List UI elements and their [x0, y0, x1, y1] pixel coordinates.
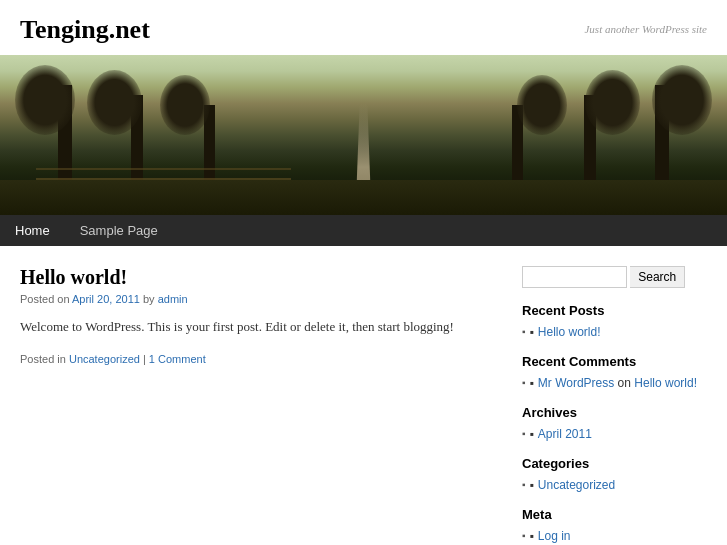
post-author[interactable]: admin	[158, 293, 188, 305]
main-content: Hello world! Posted on April 20, 2011 by…	[20, 266, 502, 545]
recent-comments-heading: Recent Comments	[522, 354, 707, 369]
comment-post-link[interactable]: Hello world!	[634, 376, 697, 390]
sidebar-recent-posts: Recent Posts ▪ Hello world!	[522, 303, 707, 340]
site-title: Tenging.net	[20, 15, 150, 45]
post-category[interactable]: Uncategorized	[69, 353, 140, 365]
bullet-icon: ▪	[530, 529, 534, 543]
post-content: Welcome to WordPress. This is your first…	[20, 317, 502, 338]
post-meta: Posted on April 20, 2011 by admin	[20, 293, 502, 305]
post-comments[interactable]: 1 Comment	[149, 353, 206, 365]
header: Tenging.net Just another WordPress site	[0, 0, 727, 55]
nav-link-sample[interactable]: Sample Page	[65, 215, 173, 246]
archive-item: ▪ April 2011	[522, 426, 707, 442]
meta-heading: Meta	[522, 507, 707, 522]
archives-heading: Archives	[522, 405, 707, 420]
by-label: by	[143, 293, 155, 305]
meta-item-login: ▪ Log in	[522, 528, 707, 544]
sidebar-recent-comments: Recent Comments ▪ Mr WordPress on Hello …	[522, 354, 707, 391]
category-link[interactable]: Uncategorized	[538, 478, 615, 492]
content-wrapper: Hello world! Posted on April 20, 2011 by…	[0, 246, 727, 545]
comment-text: Mr WordPress on Hello world!	[538, 376, 697, 390]
navigation: Home Sample Page	[0, 215, 727, 246]
sidebar-archives: Archives ▪ April 2011	[522, 405, 707, 442]
post: Hello world! Posted on April 20, 2011 by…	[20, 266, 502, 365]
nav-item-home[interactable]: Home	[0, 215, 65, 246]
recent-posts-heading: Recent Posts	[522, 303, 707, 318]
category-item: ▪ Uncategorized	[522, 477, 707, 493]
site-tagline: Just another WordPress site	[584, 23, 707, 35]
sidebar-search: Search	[522, 266, 707, 288]
posted-on-label: Posted on	[20, 293, 70, 305]
nav-item-sample[interactable]: Sample Page	[65, 215, 173, 246]
search-button[interactable]: Search	[630, 266, 685, 288]
search-input[interactable]	[522, 266, 627, 288]
recent-post-link[interactable]: Hello world!	[538, 325, 601, 339]
categories-heading: Categories	[522, 456, 707, 471]
bullet-icon: ▪	[530, 427, 534, 441]
post-date[interactable]: April 20, 2011	[72, 293, 140, 305]
nav-link-home[interactable]: Home	[0, 215, 65, 246]
posted-in-label: Posted in	[20, 353, 66, 365]
bullet-icon: ▪	[530, 325, 534, 339]
post-title: Hello world!	[20, 266, 502, 289]
meta-login-link[interactable]: Log in	[538, 529, 571, 543]
recent-post-item: ▪ Hello world!	[522, 324, 707, 340]
bullet-icon: ▪	[530, 376, 534, 390]
post-footer: Posted in Uncategorized | 1 Comment	[20, 353, 502, 365]
recent-comment-item: ▪ Mr WordPress on Hello world!	[522, 375, 707, 391]
hero-image	[0, 55, 727, 215]
sidebar-meta: Meta ▪ Log in ▪ Entries RSS ▪ Comments R…	[522, 507, 707, 545]
bullet-icon: ▪	[530, 478, 534, 492]
sidebar-categories: Categories ▪ Uncategorized	[522, 456, 707, 493]
commenter-link[interactable]: Mr WordPress	[538, 376, 614, 390]
archive-link[interactable]: April 2011	[538, 427, 592, 441]
comment-on: on	[618, 376, 635, 390]
sidebar: Search Recent Posts ▪ Hello world! Recen…	[522, 266, 707, 545]
